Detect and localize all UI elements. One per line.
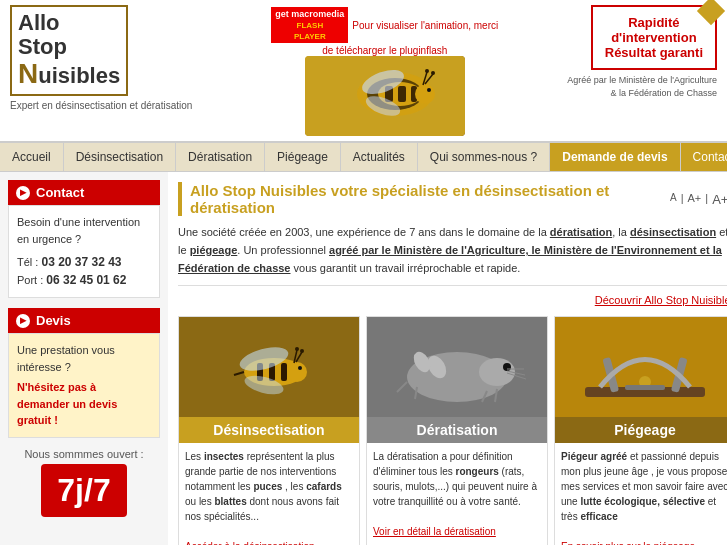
- rapidite-box: Rapidité d'intervention Résultat garanti: [591, 5, 717, 70]
- sidebar-contact-label: Contact: [36, 185, 84, 200]
- header-right: Rapidité d'intervention Résultat garanti…: [567, 5, 717, 99]
- logo-n: N: [18, 58, 38, 89]
- nav-qui-sommes-nous[interactable]: Qui sommes-nous ?: [418, 143, 550, 171]
- port-label: Port :: [17, 274, 43, 286]
- logo-area: Allo Stop Nuisibles Expert en désinsecti…: [10, 5, 192, 111]
- font-sep1: |: [681, 192, 684, 207]
- svg-point-23: [300, 349, 304, 353]
- font-size-medium[interactable]: A+: [688, 192, 702, 207]
- col-desinsect-body: Les insectes représentent la plus grande…: [179, 443, 359, 545]
- col-piegeage-link[interactable]: En savoir plus sur le piégeage: [561, 541, 695, 545]
- logo-allo: Allo: [18, 10, 60, 35]
- svg-rect-5: [398, 86, 406, 102]
- rapidite-line1: Rapidité: [605, 15, 703, 30]
- bee-svg: [305, 56, 465, 136]
- nav-piegeage[interactable]: Piégeage: [265, 143, 341, 171]
- svg-point-20: [287, 362, 307, 382]
- col-deratisation: Dératisation La dératisation a pour défi…: [366, 316, 548, 545]
- nav-actualites[interactable]: Actualités: [341, 143, 418, 171]
- header: Allo Stop Nuisibles Expert en désinsecti…: [0, 0, 727, 142]
- col-desinsect-header: Désinsectisation: [179, 417, 359, 443]
- col-desinsect-img: [179, 317, 359, 417]
- col-derat-link[interactable]: Voir en détail la dératisation: [373, 526, 496, 537]
- col-desinsect-link[interactable]: Accéder à la désinsectisation: [185, 541, 315, 545]
- content-header: Allo Stop Nuisibles votre spécialiste en…: [178, 182, 727, 216]
- three-cols: Désinsectisation Les insectes représente…: [178, 316, 727, 545]
- svg-point-10: [427, 88, 431, 92]
- devis-text: Une prestation vous intéresse ?: [17, 342, 151, 375]
- logo-tagline: Expert en désinsectisation et dératisati…: [10, 100, 192, 111]
- nav-deratisation[interactable]: Dératisation: [176, 143, 265, 171]
- font-size-small[interactable]: A: [670, 192, 677, 207]
- sidebar-contact-content: Besoin d'une intervention en urgence ? T…: [8, 205, 160, 298]
- header-center: get macromediaFLASHPLAYER Pour visualise…: [202, 5, 567, 136]
- svg-point-14: [425, 69, 429, 73]
- rat-svg: [367, 317, 547, 417]
- col-desinsectisation: Désinsectisation Les insectes représente…: [178, 316, 360, 545]
- content-title-prefix: Allo Stop Nuisibles: [190, 182, 327, 199]
- content: Allo Stop Nuisibles votre spécialiste en…: [168, 172, 727, 545]
- bee-image: [305, 56, 465, 136]
- svg-point-21: [298, 366, 302, 370]
- devis-arrow-icon: ▶: [16, 314, 30, 328]
- tel-number: 03 20 37 32 43: [41, 255, 121, 269]
- flash-line2: de télécharger le pluginflash: [271, 45, 498, 56]
- svg-point-25: [295, 347, 299, 351]
- intro-derat: dératisation: [550, 226, 612, 238]
- urgence-text: Besoin d'une intervention en urgence ?: [17, 214, 151, 247]
- sidebar-devis-title[interactable]: ▶ Devis: [8, 308, 160, 333]
- col-derat-img: [367, 317, 547, 417]
- sidebar-devis-label: Devis: [36, 313, 71, 328]
- rapidite-line2: d'intervention: [605, 30, 703, 45]
- content-title: Allo Stop Nuisibles votre spécialiste en…: [190, 182, 609, 216]
- sidebar-contact-title[interactable]: ▶ Contact: [8, 180, 160, 205]
- logo-uisibles: uisibles: [38, 63, 120, 88]
- nav: Accueil Désinsectisation Dératisation Pi…: [0, 142, 727, 172]
- intro-agree: agréé par le Ministère de l'Agriculture,…: [178, 244, 722, 274]
- port-number: 06 32 45 01 62: [46, 273, 126, 287]
- rapidite-line3: Résultat garanti: [605, 45, 703, 60]
- intro-text: Une société créée en 2003, une expérienc…: [178, 224, 727, 286]
- intro-piegeage: piégeage: [190, 244, 238, 256]
- devis-cta[interactable]: N'hésitez pas à demander un devis gratui…: [17, 379, 151, 429]
- font-sep2: |: [705, 192, 708, 207]
- tel-line: Tél : 03 20 37 32 43: [17, 253, 151, 271]
- sidebar-ouvert-block: Nous sommmes ouvert : 7j/7: [8, 448, 160, 517]
- sidebar: ▶ Contact Besoin d'une intervention en u…: [0, 172, 168, 545]
- svg-point-12: [431, 71, 435, 75]
- col-piegeage-body: Piégeur agréé et passionné depuis mon pl…: [555, 443, 727, 545]
- tel-label: Tél :: [17, 256, 38, 268]
- svg-rect-42: [555, 317, 727, 417]
- col-piegeage: Piégeage Piégeur agréé et passionné depu…: [554, 316, 727, 545]
- sidebar-devis-content: Une prestation vous intéresse ? N'hésite…: [8, 333, 160, 438]
- content-title-bar: Allo Stop Nuisibles votre spécialiste en…: [178, 182, 670, 216]
- sidebar-contact-block: ▶ Contact Besoin d'une intervention en u…: [8, 180, 160, 298]
- nav-desinsectisation[interactable]: Désinsectisation: [64, 143, 176, 171]
- svg-rect-19: [281, 363, 287, 381]
- discover-link[interactable]: Découvrir Allo Stop Nuisibles: [178, 294, 727, 306]
- wasp-svg: [179, 317, 359, 417]
- arrow-icon: ▶: [16, 186, 30, 200]
- col-derat-body: La dératisation a pour définition d'élim…: [367, 443, 547, 545]
- svg-point-32: [503, 363, 511, 371]
- svg-rect-47: [625, 385, 665, 390]
- col-derat-header: Dératisation: [367, 417, 547, 443]
- trap-svg: [555, 317, 727, 417]
- col-piegeage-header: Piégeage: [555, 417, 727, 443]
- flash-notice: get macromediaFLASHPLAYER Pour visualise…: [271, 7, 498, 56]
- col-piegeage-img: [555, 317, 727, 417]
- nav-contact[interactable]: Contact: [681, 143, 727, 171]
- nav-demande-devis[interactable]: Demande de devis: [550, 143, 680, 171]
- seven-days: 7j/7: [41, 464, 126, 517]
- main: ▶ Contact Besoin d'une intervention en u…: [0, 172, 727, 545]
- font-size-large[interactable]: A++: [712, 192, 727, 207]
- logo-stop: Stop: [18, 34, 67, 59]
- intro-desinsect: désinsectisation: [630, 226, 716, 238]
- ouvert-label: Nous sommmes ouvert :: [8, 448, 160, 460]
- sidebar-devis-block: ▶ Devis Une prestation vous intéresse ? …: [8, 308, 160, 438]
- agree-text: Agréé par le Ministère de l'Agriculture&…: [567, 74, 717, 99]
- flash-link[interactable]: Pour visualiser l'animation, merci: [352, 20, 498, 31]
- font-controls: A | A+ | A++: [670, 192, 727, 207]
- nav-accueil[interactable]: Accueil: [0, 143, 64, 171]
- svg-point-9: [415, 84, 435, 104]
